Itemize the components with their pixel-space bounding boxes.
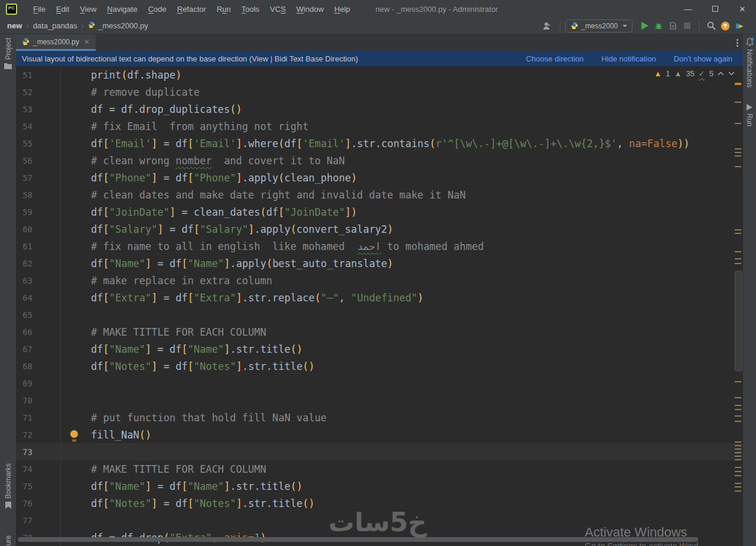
- code-line-58[interactable]: 58 # clean dates and make date right and…: [16, 186, 743, 203]
- sidebar-item-run[interactable]: Run: [743, 104, 756, 126]
- stripe-warning-mark[interactable]: [735, 155, 741, 157]
- search-everywhere-icon[interactable]: [704, 20, 718, 32]
- banner-link-choose-direction[interactable]: Choose direction: [526, 54, 584, 63]
- sidebar-item-notifications[interactable]: Notifications: [743, 38, 756, 87]
- code-line-65[interactable]: 65: [16, 306, 743, 323]
- breadcrumb-item[interactable]: data_pandas: [33, 21, 77, 30]
- tab-mess2000[interactable]: _mess2000.py ✕: [16, 34, 96, 51]
- stripe-warning-mark[interactable]: [735, 148, 741, 150]
- intention-bulb-icon[interactable]: [70, 430, 78, 438]
- stripe-warning-mark[interactable]: [735, 405, 741, 406]
- menu-run[interactable]: Run: [211, 2, 236, 16]
- breadcrumb-item[interactable]: new: [7, 21, 22, 30]
- debug-button[interactable]: [651, 20, 666, 32]
- stripe-warning-mark[interactable]: [735, 381, 741, 382]
- stripe-warning-mark[interactable]: [735, 415, 741, 417]
- line-number: 60: [16, 220, 61, 238]
- menu-edit[interactable]: Edit: [51, 2, 74, 16]
- code-line-72[interactable]: 72 fill_NaN(): [16, 426, 743, 443]
- code-line-57[interactable]: 57 df["Phone"] = df["Phone"].apply(clean…: [16, 169, 743, 186]
- code-line-53[interactable]: 53 df = df.drop_duplicates(): [16, 100, 743, 118]
- stripe-warning-mark[interactable]: [735, 123, 741, 124]
- code-line-56[interactable]: 56 # clean wrong nomber and covert it to…: [16, 152, 743, 169]
- error-stripe[interactable]: [734, 66, 743, 546]
- menu-navigate[interactable]: Navigate: [102, 2, 142, 16]
- sidebar-item-structure[interactable]: Structure: [0, 535, 16, 546]
- code-line-54[interactable]: 54 # fix Email from anything not right: [16, 118, 743, 135]
- menu-file[interactable]: File: [28, 2, 51, 16]
- stripe-warning-mark[interactable]: [735, 421, 741, 422]
- code-line-74[interactable]: 74 # MAKE TITTLE FOR EACH COLUMN: [16, 460, 743, 477]
- stripe-warning-mark[interactable]: [735, 452, 741, 453]
- code-line-67[interactable]: 67 df["Name"] = df["Name"].str.title(): [16, 340, 743, 358]
- plugin-icon[interactable]: [732, 20, 747, 32]
- code-line-52[interactable]: 52 # remove duplicate: [16, 83, 743, 100]
- maximize-button[interactable]: [702, 1, 729, 17]
- code-line-55[interactable]: 55 df['Email'] = df['Email'].where(df['E…: [16, 135, 743, 152]
- run-button[interactable]: [637, 20, 651, 32]
- code-line-71[interactable]: 71 # put function that hold fill NaN val…: [16, 409, 743, 426]
- stripe-warning-mark[interactable]: [735, 486, 741, 488]
- stripe-warning-mark[interactable]: [735, 445, 741, 446]
- inspections-widget[interactable]: ▲ 1 ▲ 35 ✓ 5: [654, 69, 735, 78]
- stripe-warning-mark[interactable]: [735, 166, 741, 167]
- sidebar-item-project[interactable]: Project: [0, 38, 16, 69]
- menu-code[interactable]: Code: [143, 2, 172, 16]
- stripe-warning-mark[interactable]: [735, 475, 741, 476]
- stripe-warning-mark[interactable]: [735, 229, 741, 230]
- code-line-60[interactable]: 60 df["Salary"] = df["Salary"].apply(con…: [16, 220, 743, 238]
- code-line-69[interactable]: 69: [16, 375, 743, 392]
- breadcrumb-item[interactable]: _mess2000.py: [88, 21, 148, 30]
- banner-link-hide-notification[interactable]: Hide notification: [601, 54, 656, 63]
- stripe-warning-mark[interactable]: [735, 251, 741, 252]
- code-line-59[interactable]: 59 df["JoinDate"] = clean_dates(df["Join…: [16, 203, 743, 220]
- stripe-warning-mark[interactable]: [735, 258, 741, 259]
- stripe-warning-mark[interactable]: [735, 490, 741, 492]
- stripe-warning-mark[interactable]: [735, 467, 741, 468]
- tab-options-kebab-icon[interactable]: [737, 39, 738, 47]
- run-configuration-select[interactable]: _mess2000: [565, 20, 633, 32]
- prev-issue-chevron-icon[interactable]: [718, 72, 724, 76]
- stripe-warning-mark[interactable]: [735, 152, 741, 153]
- close-button[interactable]: ✕: [729, 1, 756, 17]
- stripe-warning-mark[interactable]: [735, 397, 741, 398]
- minimize-button[interactable]: —: [674, 1, 702, 17]
- code-text: # remove duplicate: [61, 86, 200, 98]
- run-with-coverage-button[interactable]: [666, 20, 680, 32]
- menu-tools[interactable]: Tools: [236, 2, 265, 16]
- stripe-warning-mark[interactable]: [735, 409, 741, 410]
- code-editor[interactable]: ▲ 1 ▲ 35 ✓ 5 51 print(df.shape)52 # remo…: [16, 66, 743, 546]
- stripe-warning-mark[interactable]: [735, 456, 741, 457]
- tab-close-icon[interactable]: ✕: [84, 38, 90, 46]
- sidebar-item-bookmarks[interactable]: Bookmarks: [0, 463, 16, 509]
- banner-link-don-t-show-again[interactable]: Don't show again: [674, 54, 732, 63]
- menu-view[interactable]: View: [74, 2, 102, 16]
- next-issue-chevron-icon[interactable]: [728, 72, 735, 76]
- code-line-66[interactable]: 66 # MAKE TITTLE FOR EACH COLUMN: [16, 323, 743, 340]
- code-line-63[interactable]: 63 # make replace in extra column: [16, 272, 743, 289]
- stripe-warning-mark[interactable]: [735, 483, 741, 484]
- menu-window[interactable]: Window: [291, 2, 329, 16]
- stripe-warning-mark[interactable]: [735, 471, 741, 472]
- stripe-warning-mark[interactable]: [735, 83, 741, 85]
- menu-vcs[interactable]: VCS: [265, 2, 291, 16]
- stripe-warning-mark[interactable]: [735, 441, 741, 443]
- code-line-73[interactable]: 73: [16, 443, 743, 460]
- stripe-warning-mark[interactable]: [735, 459, 741, 460]
- ide-update-icon[interactable]: [718, 20, 732, 32]
- stripe-warning-mark[interactable]: [735, 233, 741, 234]
- code-line-61[interactable]: 61 # fix name to all in english like moh…: [16, 238, 743, 255]
- code-line-62[interactable]: 62 df["Name"] = df["Name"].apply(best_au…: [16, 255, 743, 272]
- code-line-64[interactable]: 64 df["Extra"] = df["Extra"].str.replace…: [16, 289, 743, 306]
- menu-refactor[interactable]: Refactor: [172, 2, 211, 16]
- code-line-51[interactable]: 51 print(df.shape): [16, 66, 743, 83]
- code-line-68[interactable]: 68 df["Notes"] = df["Notes"].str.title(): [16, 358, 743, 375]
- line-number: 76: [16, 495, 61, 512]
- stripe-warning-mark[interactable]: [735, 448, 741, 450]
- stripe-warning-mark[interactable]: [735, 102, 741, 103]
- user-profile-icon[interactable]: [541, 20, 555, 32]
- stripe-warning-mark[interactable]: [735, 263, 741, 264]
- code-line-70[interactable]: 70: [16, 392, 743, 409]
- menu-help[interactable]: Help: [329, 2, 356, 16]
- code-line-75[interactable]: 75 df["Name"] = df["Name"].str.title(): [16, 477, 743, 495]
